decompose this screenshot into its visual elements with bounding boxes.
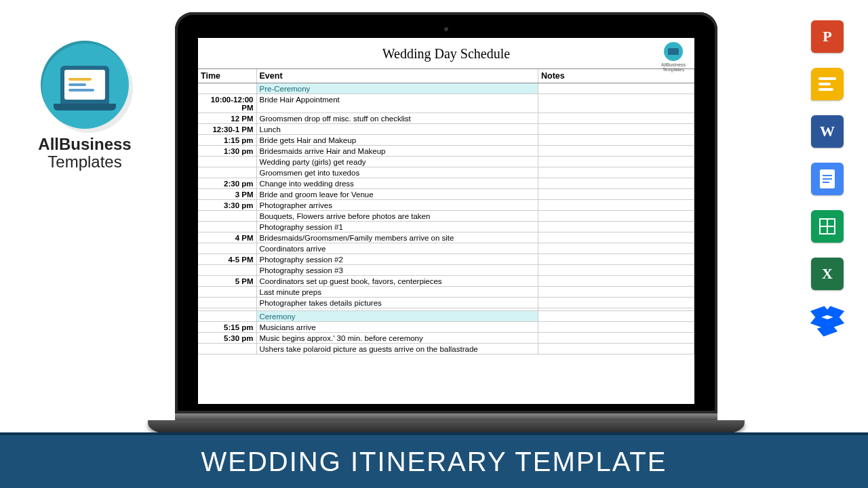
table-row: Ceremony [198,311,694,322]
brand-logo-block: AllBusiness Templates [24,41,146,171]
cell-notes [538,157,694,167]
app-icons-column: P W X [807,20,848,335]
cell-event: Bride and groom leave for Venue [256,189,538,200]
cell-event: Photography session #3 [256,265,538,276]
cell-time: 4-5 PM [198,254,256,265]
brand-logo-icon [41,41,129,129]
table-row: Photographer takes details pictures [198,298,694,308]
cell-notes [538,344,694,354]
cell-time: 10:00-12:00PM [198,94,256,113]
cell-event: Groomsmen get into tuxedos [256,167,538,178]
table-row: 5:15 pmMusicians arrive [198,322,694,333]
cell-notes [538,189,694,200]
camera-dot [444,27,448,31]
document-watermark-logo: AllBusiness Templates [659,42,688,72]
powerpoint-icon: P [811,20,844,53]
cell-time: 1:30 pm [198,146,256,157]
cell-notes [538,94,694,113]
cell-event: Groomsmen drop off misc. stuff on checkl… [256,113,538,124]
cell-time: 5:15 pm [198,322,256,333]
cell-time [198,265,256,276]
table-row: Bouquets, Flowers arrive before photos a… [198,211,694,222]
cell-time: 12 PM [198,113,256,124]
table-row: Photography session #1 [198,222,694,232]
cell-notes [538,83,694,94]
cell-event: Lunch [256,124,538,135]
cell-notes [538,178,694,189]
google-slides-icon [811,68,844,100]
cell-notes [538,322,694,333]
table-row: Ushers take polaroid picture as guests a… [198,344,694,354]
cell-time [198,311,256,322]
schedule-table: Time Event Notes Pre-Ceremony10:00-12:00… [198,69,694,354]
table-row: 5:30 pmMusic begins approx.' 30 min. bef… [198,333,694,344]
cell-time: 4 PM [198,232,256,243]
brand-name: AllBusiness Templates [24,136,146,171]
table-row: Groomsmen get into tuxedos [198,167,694,178]
cell-event: Bouquets, Flowers arrive before photos a… [256,211,538,222]
cell-event: Music begins approx.' 30 min. before cer… [256,333,538,344]
table-header-row: Time Event Notes [198,69,694,83]
cell-notes [538,333,694,344]
banner-title: WEDDING ITINERARY TEMPLATE [201,447,667,477]
table-row: 5 PMCoordinators set up guest book, favo… [198,276,694,287]
cell-notes [538,232,694,243]
cell-time [198,167,256,178]
cell-notes [538,146,694,157]
cell-time [198,344,256,354]
table-row: 12:30-1 PMLunch [198,124,694,135]
col-time: Time [198,69,256,83]
cell-time: 3 PM [198,189,256,200]
cell-time [198,211,256,222]
cell-notes [538,265,694,276]
cell-event: Wedding party (girls) get ready [256,157,538,167]
cell-event: Photographer arrives [256,200,538,211]
cell-event: Pre-Ceremony [256,83,538,94]
cell-notes [538,222,694,232]
cell-time: 12:30-1 PM [198,124,256,135]
cell-time [198,222,256,232]
cell-notes [538,287,694,298]
table-row: Wedding party (girls) get ready [198,157,694,167]
table-row: 1:30 pmBridesmaids arrive Hair and Makeu… [198,146,694,157]
col-event: Event [256,69,538,83]
cell-event: Coordinators arrive [256,243,538,254]
cell-time [198,83,256,94]
table-row: Coordinators arrive [198,243,694,254]
table-row: 4-5 PMPhotography session #2 [198,254,694,265]
table-row: 3 PMBride and groom leave for Venue [198,189,694,200]
table-row: Last minute preps [198,287,694,298]
cell-event: Last minute preps [256,287,538,298]
cell-time [198,287,256,298]
brand-line2: Templates [47,152,121,171]
table-row: 3:30 pmPhotographer arrives [198,200,694,211]
table-row: 4 PMBridesmaids/Groomsmen/Family members… [198,232,694,243]
cell-time [198,243,256,254]
excel-icon: X [811,258,844,290]
cell-notes [538,135,694,146]
cell-notes [538,298,694,308]
cell-notes [538,243,694,254]
table-row: 10:00-12:00PMBride Hair Appointment [198,94,694,113]
cell-event: Bride Hair Appointment [256,94,538,113]
cell-notes [538,311,694,322]
cell-notes [538,276,694,287]
cell-event: Photography session #2 [256,254,538,265]
table-row: 1:15 pmBride gets Hair and Makeup [198,135,694,146]
cell-notes [538,200,694,211]
word-icon: W [811,115,844,148]
cell-notes [538,167,694,178]
cell-notes [538,124,694,135]
cell-notes [538,254,694,265]
cell-event: Photographer takes details pictures [256,298,538,308]
document-screen: AllBusiness Templates Wedding Day Schedu… [198,38,694,404]
laptop-mockup: AllBusiness Templates Wedding Day Schedu… [175,12,717,435]
cell-time: 5 PM [198,276,256,287]
table-row: 12 PMGroomsmen drop off misc. stuff on c… [198,113,694,124]
cell-time [198,157,256,167]
document-title: Wedding Day Schedule [198,38,694,69]
cell-time: 3:30 pm [198,200,256,211]
cell-time [198,298,256,308]
google-sheets-icon [811,210,844,243]
cell-event: Coordinators set up guest book, favors, … [256,276,538,287]
